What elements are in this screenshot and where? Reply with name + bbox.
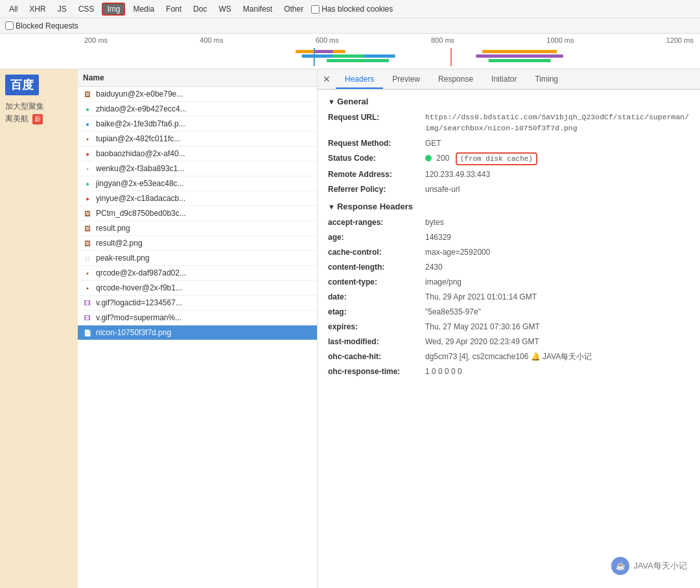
filter-js[interactable]: JS <box>54 4 71 14</box>
filter-css[interactable]: CSS <box>75 4 99 14</box>
timeline-label-1200ms: 1200 ms <box>666 36 694 44</box>
tab-headers[interactable]: Headers <box>336 71 383 89</box>
response-header-row: content-length: 2430 <box>328 261 690 273</box>
svg-rect-5 <box>327 59 389 62</box>
response-header-row: date: Thu, 29 Apr 2021 01:01:14 GMT <box>328 291 690 303</box>
filter-all[interactable]: All <box>5 4 21 14</box>
file-item-qrcode-hover[interactable]: ▪ qrcode-hover@2x-f9b1... <box>78 281 317 296</box>
filter-manifest[interactable]: Manifest <box>239 4 276 14</box>
filter-doc[interactable]: Doc <box>189 4 211 14</box>
svg-rect-8 <box>489 59 551 62</box>
filter-xhr[interactable]: XHR <box>25 4 49 14</box>
file-item-baiduyun[interactable]: 🖼 baiduyun@2x-e0be79e... <box>78 87 317 102</box>
file-item-result[interactable]: 🖼 result.png <box>78 221 317 236</box>
timeline-svg <box>78 48 700 66</box>
blocked-requests-checkbox[interactable]: Blocked Requests <box>5 21 78 30</box>
file-icon-gif2: 🎞 <box>83 313 92 322</box>
file-item-nicon[interactable]: 📄 nicon-10750f3f7d.png <box>78 325 317 340</box>
filter-ws[interactable]: WS <box>215 4 235 14</box>
file-item-peak[interactable]: □ peak-result.png <box>78 251 317 266</box>
file-icon-gif1: 🎞 <box>83 298 92 307</box>
request-url-key: Request URL: <box>328 112 425 134</box>
file-icon-square2: ▪ <box>83 268 92 277</box>
general-section-title: General <box>328 97 690 106</box>
tab-initiator[interactable]: Initiator <box>482 71 526 89</box>
new-badge: 新 <box>32 114 43 124</box>
referrer-policy-key: Referrer Policy: <box>328 183 425 195</box>
page-text-2: 离美航 新 <box>5 113 43 125</box>
response-header-value: 1 0 0 0 0 0 <box>425 366 462 377</box>
response-header-key: ohc-cache-hit: <box>328 351 425 362</box>
response-header-key: cache-control: <box>328 246 425 258</box>
file-icon-circle-red: ● <box>83 149 92 158</box>
response-header-key: expires: <box>328 321 425 333</box>
file-icon-img4: 🖼 <box>83 239 92 248</box>
remote-address-key: Remote Address: <box>328 169 425 180</box>
file-icon-circle-blue: ● <box>83 119 92 128</box>
response-header-key: etag: <box>328 306 425 318</box>
filter-media[interactable]: Media <box>129 4 158 14</box>
timeline: 200 ms 400 ms 600 ms 800 ms 1000 ms 1200… <box>0 34 700 69</box>
file-list: 🖼 baiduyun@2x-e0be79e... ● zhidao@2x-e9b… <box>78 87 317 588</box>
file-item-tupian[interactable]: ▪ tupian@2x-482fc011fc... <box>78 132 317 147</box>
svg-rect-7 <box>476 54 563 58</box>
file-item-pctm[interactable]: 🖼 PCtm_d9c8750bed0b3c... <box>78 206 317 221</box>
file-item-vgif2[interactable]: 🎞 v.gif?mod=superman%... <box>78 311 317 325</box>
file-item-result2[interactable]: 🖼 result@2.png <box>78 236 317 251</box>
file-item-qrcode[interactable]: ▪ qrcode@2x-daf987ad02... <box>78 266 317 281</box>
svg-rect-1 <box>314 50 333 53</box>
file-item-vgif1[interactable]: 🎞 v.gif?logactid=1234567... <box>78 296 317 311</box>
response-header-key: age: <box>328 231 425 243</box>
watermark-text: JAVA每天小记 <box>633 560 687 572</box>
filter-bar: All XHR JS CSS Img Media Font Doc WS Man… <box>0 0 700 18</box>
blocked-requests-row: Blocked Requests <box>0 18 700 34</box>
remote-address-row: Remote Address: 120.233.49.33:443 <box>328 169 690 180</box>
tab-timing[interactable]: Timing <box>526 71 567 89</box>
disk-cache-badge: (from disk cache) <box>456 152 537 166</box>
watermark: ☕ JAVA每天小记 <box>611 557 687 575</box>
tabs-bar: ✕ Headers Preview Response Initiator Tim… <box>318 69 700 90</box>
has-blocked-cookies-checkbox[interactable]: Has blocked cookies <box>311 5 393 14</box>
referrer-policy-value: unsafe-url <box>425 183 460 195</box>
response-header-row: cache-control: max-age=2592000 <box>328 246 690 258</box>
status-code-key: Status Code: <box>328 152 425 166</box>
request-method-value: GET <box>425 137 441 149</box>
filter-font[interactable]: Font <box>162 4 185 14</box>
response-header-row: etag: "5ea8e535-97e" <box>328 306 690 318</box>
filter-img[interactable]: Img <box>102 3 125 16</box>
request-method-key: Request Method: <box>328 137 425 149</box>
filter-other[interactable]: Other <box>280 4 307 14</box>
details-content: General Request URL: https://dss0.bdstat… <box>318 90 700 588</box>
tab-response[interactable]: Response <box>429 71 482 89</box>
file-item-wenku[interactable]: ▪ wenku@2x-f3aba893c1... <box>78 161 317 176</box>
status-code-value: 200 (from disk cache) <box>425 152 537 166</box>
file-item-baobao[interactable]: ● baobaozhidao@2x-af40... <box>78 147 317 161</box>
tab-close-button[interactable]: ✕ <box>318 74 336 84</box>
response-header-value: bytes <box>425 217 444 228</box>
file-icon-square3: ▪ <box>83 283 92 292</box>
file-item-zhidao[interactable]: ● zhidao@2x-e9b427ecc4... <box>78 102 317 117</box>
file-icon-img2: 🖼 <box>83 209 92 218</box>
response-header-key: content-type: <box>328 276 425 288</box>
response-header-row: expires: Thu, 27 May 2021 07:30:16 GMT <box>328 321 690 333</box>
status-code-row: Status Code: 200 (from disk cache) <box>328 152 690 166</box>
response-headers-container: accept-ranges: bytes age: 146329 cache-c… <box>328 217 690 377</box>
response-header-value: Thu, 27 May 2021 07:30:16 GMT <box>425 321 540 333</box>
request-method-row: Request Method: GET <box>328 137 690 149</box>
timeline-label-1000ms: 1000 ms <box>546 36 574 44</box>
response-header-value: "5ea8e535-97e" <box>425 306 481 318</box>
file-item-yinyue[interactable]: ● yinyue@2x-c18adacacb... <box>78 191 317 206</box>
file-icon-circle-green: ● <box>83 104 92 113</box>
file-icon-square-brown: ▪ <box>83 134 92 143</box>
file-item-jingyan[interactable]: ● jingyan@2x-e53eac48c... <box>78 176 317 191</box>
sidebar: Name 🖼 baiduyun@2x-e0be79e... ● zhidao@2… <box>78 69 318 588</box>
response-headers-title: Response Headers <box>328 202 690 211</box>
file-item-baike[interactable]: ● baike@2x-1fe3db7fa6.p... <box>78 117 317 132</box>
page-text-1: 加大型聚集 <box>5 100 44 113</box>
file-icon-circle-green2: ● <box>83 179 92 188</box>
remote-address-value: 120.233.49.33:443 <box>425 169 490 180</box>
svg-rect-6 <box>482 50 557 53</box>
svg-rect-4 <box>333 54 364 58</box>
main-area: 百度 加大型聚集 离美航 新 Name 🖼 baiduyun@2x-e0be79… <box>0 69 700 588</box>
tab-preview[interactable]: Preview <box>383 71 429 89</box>
